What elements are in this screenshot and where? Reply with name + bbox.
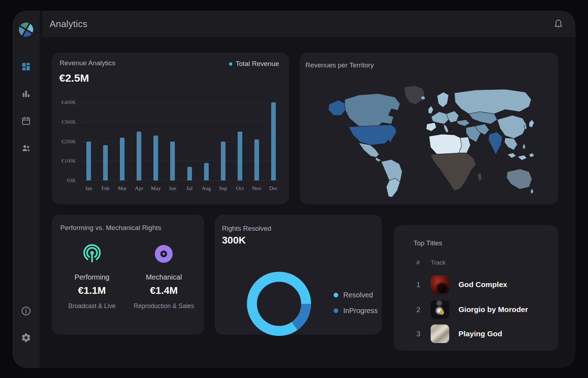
region-sub-saharan-africa: [431, 153, 476, 191]
track-row-3[interactable]: 3 Playing God: [414, 325, 550, 343]
sidebar-item-analytics[interactable]: [18, 86, 34, 102]
sidebar-item-settings[interactable]: [18, 330, 34, 346]
region-indonesia-1: [507, 153, 516, 158]
y-axis-tick: €300K: [61, 119, 76, 125]
y-axis-tick: €0K: [67, 178, 76, 184]
region-philippines: [523, 144, 526, 149]
track-row-2[interactable]: 2 Giorgio by Moroder: [414, 300, 550, 319]
total-revenue-value: €2.5M: [59, 72, 89, 84]
region-uk: [428, 106, 433, 114]
territory-card: Revenues per Territory: [300, 53, 558, 204]
region-turkey: [457, 120, 470, 126]
top-titles-card: Top Titles # Track 1 God Complex 2 Giorg…: [394, 225, 558, 351]
sidebar-item-dashboard[interactable]: [18, 59, 34, 75]
track-name: Giorgio by Moroder: [458, 305, 528, 314]
region-central-america: [375, 157, 381, 162]
rights-split-row: Performing €1.1M Broadcast & Live Mechan…: [56, 243, 200, 310]
revenue-bar-chart: €400K€300K€200K€100K€0K: [59, 102, 282, 180]
logo-icon: [19, 22, 34, 37]
bar-column: [215, 102, 232, 180]
bar-nov: [254, 139, 259, 180]
x-axis-tick: Nov: [248, 185, 265, 191]
performing-column: Performing €1.1M Broadcast & Live: [56, 243, 128, 310]
region-north-africa: [429, 134, 462, 154]
region-madagascar: [478, 173, 482, 182]
legend-total-revenue[interactable]: Total Revenue: [229, 60, 279, 68]
resolved-dot: [334, 293, 338, 297]
gridline: [80, 180, 282, 181]
bar-column: [97, 102, 114, 180]
album-art: [431, 325, 449, 343]
track-column-header: Track: [431, 259, 446, 266]
bar-sep: [221, 142, 225, 181]
region-new-zealand: [531, 189, 533, 194]
track-rank: 2: [414, 306, 431, 314]
gear-icon: [21, 332, 31, 343]
x-axis-tick: Mar: [114, 185, 131, 191]
region-china: [497, 115, 527, 138]
bar-cols: [80, 102, 282, 180]
top-titles-header: # Track: [414, 259, 550, 266]
y-axis-tick: €100K: [61, 158, 76, 164]
region-brazil: [381, 159, 402, 182]
track-rank: 1: [414, 281, 431, 289]
sidebar: [12, 11, 40, 368]
region-scandinavia: [437, 92, 449, 107]
region-mexico: [359, 143, 379, 158]
x-axis-tick: Apr: [131, 185, 147, 191]
bar-chart-icon: [21, 89, 31, 99]
legend-item-inprogress[interactable]: InProgress: [334, 307, 378, 315]
album-art: [431, 300, 449, 319]
bar-may: [153, 136, 158, 180]
region-indonesia-3: [529, 153, 534, 157]
bar-xlabels: JanFebMarAprMayJunJulAugSepOctNovDec: [80, 185, 282, 191]
bar-column: [265, 102, 282, 180]
legend-item-resolved[interactable]: Resolved: [334, 291, 378, 299]
page-title: Analytics: [50, 19, 87, 30]
region-iberia: [426, 123, 436, 131]
mechanical-column: Mechanical €1.4M Reproduction & Sales: [128, 243, 200, 310]
region-indonesia-2: [517, 155, 527, 160]
bar-jun: [170, 142, 175, 181]
performing-label: Performing: [56, 273, 128, 281]
track-row-1[interactable]: 1 God Complex: [414, 275, 550, 294]
bar-dec: [271, 102, 276, 180]
inprogress-dot: [334, 308, 338, 313]
info-icon: [21, 306, 31, 316]
bar-column: [248, 102, 265, 180]
legend-label: Total Revenue: [236, 60, 279, 68]
region-greenland: [404, 86, 425, 104]
bell-icon: [553, 19, 564, 29]
region-russia: [455, 89, 531, 114]
x-axis-tick: Dec: [265, 185, 282, 191]
region-usa: [349, 125, 396, 145]
bar-mar: [120, 138, 125, 180]
card-title: Performing vs. Mechanical Rights: [60, 224, 161, 232]
x-axis-tick: May: [147, 185, 164, 191]
sidebar-item-info[interactable]: [18, 303, 34, 319]
legend-dot: [229, 62, 232, 66]
track-rank: 3: [414, 330, 431, 338]
broadcast-icon: [81, 243, 103, 266]
bar-plot: [80, 102, 282, 180]
bar-jan: [86, 142, 91, 181]
x-axis-tick: Sep: [215, 185, 232, 191]
notifications-button[interactable]: [553, 19, 564, 29]
x-axis-tick: Aug: [198, 185, 215, 191]
sidebar-item-calendar[interactable]: [18, 113, 34, 129]
card-title: Revenues per Territory: [305, 61, 374, 69]
rank-column-header: #: [414, 259, 431, 266]
world-map[interactable]: [314, 83, 544, 199]
bar-column: [181, 102, 198, 180]
x-axis-tick: Jan: [80, 185, 97, 191]
bar-jul: [187, 167, 192, 180]
region-alaska: [328, 100, 346, 116]
x-axis-tick: Jul: [181, 185, 198, 191]
bar-aug: [204, 163, 209, 180]
x-axis-tick: Feb: [97, 185, 114, 191]
bar-column: [232, 102, 248, 180]
sidebar-item-users[interactable]: [18, 140, 34, 156]
dashboard-icon: [21, 62, 31, 72]
calendar-icon: [21, 116, 31, 126]
region-southeast-asia: [505, 138, 518, 150]
